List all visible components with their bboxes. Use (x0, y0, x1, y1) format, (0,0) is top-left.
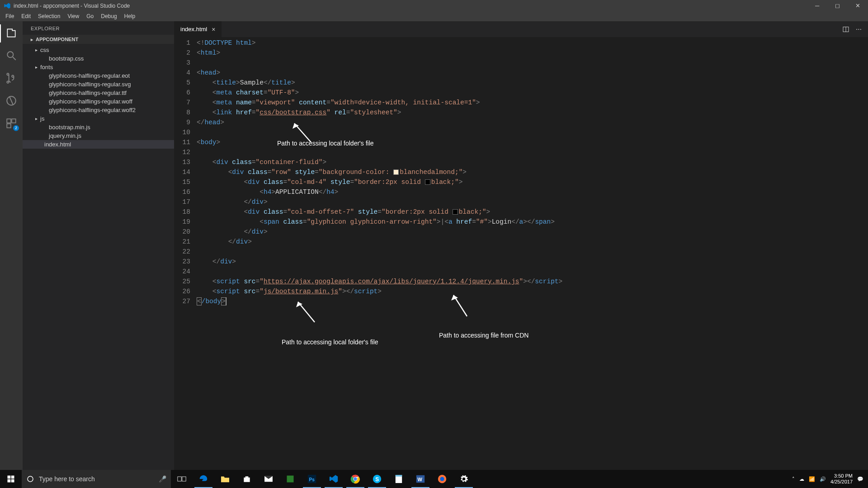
taskbar-clock[interactable]: 3:50 PM 4/25/2017 (830, 473, 853, 485)
photoshop-icon[interactable]: Ps (301, 470, 323, 488)
svg-line-1 (13, 57, 16, 60)
editor-area: index.html × ⋯ 1234567891011121314151617… (174, 21, 868, 470)
svg-text:S: S (375, 476, 379, 483)
svg-rect-5 (12, 119, 16, 123)
task-view-icon[interactable] (171, 470, 193, 488)
chevron-down-icon: ▸ (35, 116, 38, 121)
titlebar: index.html - appcomponent - Visual Studi… (0, 0, 868, 11)
notepad-icon[interactable] (388, 470, 410, 488)
file-item[interactable]: glyphicons-halflings-regular.woff2 (23, 106, 174, 114)
split-editor-icon[interactable] (842, 26, 849, 33)
chevron-up-icon[interactable]: ˄ (792, 476, 795, 482)
maximize-button[interactable]: ◻ (827, 0, 848, 11)
svg-rect-18 (11, 479, 14, 483)
file-explorer-icon[interactable] (214, 470, 236, 488)
svg-text:W: W (418, 477, 423, 482)
svg-rect-23 (287, 476, 294, 483)
activity-bar: 2 (0, 21, 23, 470)
menubar: File Edit Selection View Go Debug Help (0, 11, 868, 21)
file-tree: ▸css bootstrap.css ▸fonts glyphicons-hal… (23, 44, 174, 150)
svg-text:Ps: Ps (309, 477, 315, 482)
chevron-down-icon: ▸ (35, 47, 38, 52)
file-item[interactable]: glyphicons-halflings-regular.eot (23, 71, 174, 80)
file-item[interactable]: glyphicons-halflings-regular.svg (23, 80, 174, 89)
tray-icons[interactable]: ˄ ☁ 📶 🔊 (792, 476, 826, 482)
sidebar-section[interactable]: ▸ APPCOMPONENT (23, 35, 174, 44)
mail-icon[interactable] (258, 470, 279, 488)
sidebar-header: EXPLORER (23, 21, 174, 35)
more-icon[interactable]: ⋯ (856, 26, 862, 33)
sidebar: EXPLORER ▸ APPCOMPONENT ▸css bootstrap.c… (23, 21, 174, 470)
code-content[interactable]: <!DOCTYPE html><html><head> <title>Sampl… (197, 37, 868, 470)
menu-view[interactable]: View (64, 12, 83, 20)
code-editor[interactable]: 1234567891011121314151617181920212223242… (174, 37, 868, 470)
git-icon[interactable] (5, 72, 18, 84)
svg-rect-21 (182, 477, 186, 481)
file-item-selected[interactable]: index.html (23, 140, 174, 149)
debug-icon[interactable] (5, 94, 18, 107)
onedrive-icon[interactable]: ☁ (799, 476, 804, 482)
search-placeholder: Type here to search (39, 475, 95, 483)
skype-icon[interactable]: S (366, 470, 388, 488)
edge-icon[interactable] (193, 470, 214, 488)
file-item[interactable]: glyphicons-halflings-regular.woff (23, 97, 174, 106)
minimize-button[interactable]: ─ (807, 0, 827, 11)
svg-point-35 (440, 477, 444, 481)
vscode-logo-icon (4, 2, 11, 9)
menu-file[interactable]: File (2, 12, 18, 20)
svg-rect-16 (11, 476, 14, 479)
folder-fonts[interactable]: ▸fonts (23, 63, 174, 71)
tab-bar: index.html × ⋯ (174, 21, 868, 37)
tab-label: index.html (180, 26, 207, 33)
menu-go[interactable]: Go (83, 12, 97, 20)
menu-edit[interactable]: Edit (18, 12, 34, 20)
close-button[interactable]: ✕ (848, 0, 868, 11)
svg-point-0 (7, 52, 13, 57)
line-numbers: 1234567891011121314151617181920212223242… (174, 37, 197, 470)
chrome-icon[interactable] (344, 470, 366, 488)
chevron-down-icon: ▸ (35, 65, 38, 70)
window-title: index.html - appcomponent - Visual Studi… (14, 3, 130, 9)
wifi-icon[interactable]: 📶 (809, 476, 815, 482)
svg-rect-20 (178, 477, 181, 481)
folder-js[interactable]: ▸js (23, 114, 174, 123)
cortana-icon (26, 475, 34, 483)
svg-rect-4 (7, 119, 11, 123)
menu-help[interactable]: Help (121, 12, 139, 20)
tab-close-icon[interactable]: × (212, 26, 215, 33)
microphone-icon[interactable]: 🎤 (159, 475, 166, 483)
start-button[interactable] (0, 470, 22, 488)
svg-rect-31 (396, 475, 402, 477)
notifications-icon[interactable]: 💬 (857, 476, 863, 482)
store-icon[interactable] (236, 470, 258, 488)
svg-rect-6 (7, 124, 11, 128)
word-icon[interactable]: W (410, 470, 431, 488)
svg-rect-17 (8, 479, 11, 483)
firefox-icon[interactable] (431, 470, 453, 488)
folder-css[interactable]: ▸css (23, 46, 174, 54)
extensions-icon[interactable]: 2 (5, 117, 18, 130)
vscode-taskbar-icon[interactable] (323, 470, 344, 488)
svg-line-3 (9, 96, 14, 105)
tab-active[interactable]: index.html × (174, 21, 222, 37)
file-item[interactable]: bootstrap.css (23, 54, 174, 63)
extensions-badge: 2 (13, 125, 19, 131)
menu-selection[interactable]: Selection (34, 12, 64, 20)
file-item[interactable]: bootstrap.min.js (23, 123, 174, 131)
settings-icon[interactable] (453, 470, 475, 488)
file-item[interactable]: jquery.min.js (23, 131, 174, 140)
file-item[interactable]: glyphicons-halflings-regular.ttf (23, 89, 174, 97)
svg-point-19 (28, 476, 33, 482)
svg-point-27 (354, 477, 357, 480)
taskbar-search[interactable]: Type here to search 🎤 (22, 470, 171, 488)
svg-rect-15 (8, 476, 11, 479)
volume-icon[interactable]: 🔊 (820, 476, 826, 482)
taskbar: Type here to search 🎤 Ps S W ˄ ☁ 📶 🔊 3:5… (0, 470, 868, 488)
menu-debug[interactable]: Debug (97, 12, 120, 20)
app-icon[interactable] (279, 470, 301, 488)
search-icon[interactable] (5, 49, 18, 62)
explorer-icon[interactable] (5, 27, 18, 39)
chevron-down-icon: ▸ (31, 37, 33, 42)
